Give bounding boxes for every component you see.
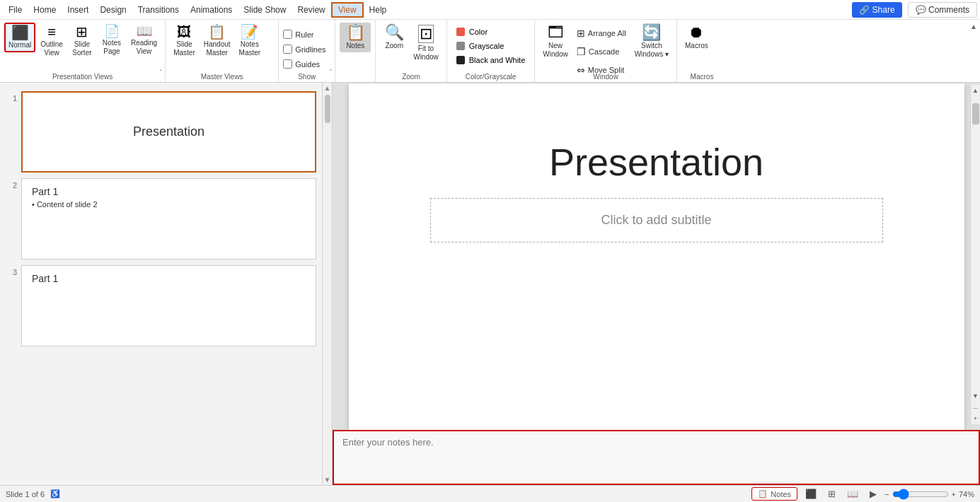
slide-master-icon: 🖼 [177,25,191,39]
window-group: 🗔 NewWindow ⊞ Arrange All ❒ Cascade ⇔ Mo… [535,20,677,82]
ruler-checkbox[interactable]: Ruler [283,28,313,40]
slide-panel: 1 Presentation 2 Part 1 • Content of sli… [0,83,333,485]
zoom-slider[interactable] [892,489,949,500]
scroll-down-arrow[interactable]: ▼ [323,474,332,485]
slide-number-3: 3 [6,265,17,346]
new-window-button[interactable]: 🗔 NewWindow [539,23,572,61]
bw-dot [456,56,465,64]
menu-design[interactable]: Design [94,2,132,18]
scroll-up-arrow[interactable]: ▲ [323,83,332,93]
slide-main-title: Presentation [549,140,763,184]
bw-button[interactable]: Black and White [451,54,530,66]
zoom-minus[interactable]: − [884,490,889,498]
collapse-ribbon-button[interactable]: ▲ [967,20,980,82]
new-window-icon: 🗔 [548,25,563,40]
normal-view-icon: ⬛ [11,25,29,40]
slide-thumbnail-2[interactable]: Part 1 • Content of slide 2 [21,178,316,259]
grayscale-button[interactable]: Grayscale [451,40,509,52]
notes-input[interactable] [334,431,979,484]
slide-thumb-content-1: Presentation [23,93,315,171]
outline-view-button[interactable]: ≡ OutlineView [37,23,67,59]
share-button[interactable]: 🔗 Share [852,2,901,18]
master-views-group: 🖼 SlideMaster 📋 HandoutMaster 📝 NotesMas… [166,20,279,82]
arrange-all-button[interactable]: ⊞ Arrange All [573,25,630,41]
cascade-button[interactable]: ❒ Cascade [573,44,630,59]
slides-list[interactable]: 1 Presentation 2 Part 1 • Content of sli… [0,83,322,485]
switch-windows-button[interactable]: 🔄 SwitchWindows ▾ [631,23,672,61]
scroll-track[interactable] [323,93,332,474]
grayscale-dot [456,42,465,50]
menu-animations[interactable]: Animations [185,2,238,18]
slideshow-view-status-btn[interactable]: ▶ [866,486,880,501]
notes-master-button[interactable]: 📝 NotesMaster [236,23,265,59]
comments-button[interactable]: 💬 Comments [908,2,977,18]
color-button[interactable]: Color [451,25,492,38]
notes-icon: 📋 [346,25,365,40]
notes-items: 📋 Notes [340,23,371,82]
slide-item[interactable]: 3 Part 1 [0,262,322,349]
menu-bar-right: 🔗 Share 💬 Comments [852,2,977,18]
menu-slideshow[interactable]: Slide Show [238,2,292,18]
zoom-button[interactable]: 🔍 Zoom [380,23,408,52]
menu-help[interactable]: Help [364,2,393,18]
notes-btn-label: Notes [346,42,364,50]
right-scroll-body[interactable] [971,96,980,390]
notes-master-icon: 📝 [241,25,258,39]
normal-view-status-btn[interactable]: ⬛ [802,486,820,501]
window-sub-items: ⊞ Arrange All ❒ Cascade ⇔ Move Split [573,23,630,78]
slide-3-title: Part 1 [22,266,316,286]
status-left: Slide 1 of 6 ♿ [6,489,60,498]
slide-canvas: Presentation Click to add subtitle [349,83,964,430]
show-expand[interactable]: ⌄ [328,66,333,72]
notes-button[interactable]: 📋 Notes [340,23,371,52]
slide-item[interactable]: 1 Presentation [0,88,322,175]
guides-checkbox[interactable]: Guides [283,58,320,70]
cascade-icon: ❒ [577,46,586,57]
show-group: Ruler Gridlines Guides Show ⌄ [279,20,335,82]
menu-transitions[interactable]: Transitions [132,2,185,18]
slide-2-content: Part 1 • Content of slide 2 [22,179,316,259]
notes-area[interactable] [333,430,980,485]
menu-file[interactable]: File [3,2,28,18]
accessibility-icon[interactable]: ♿ [50,489,60,498]
macros-group: ⏺ Macros Macros [677,20,727,82]
slide-2-bullet: • Content of slide 2 [22,199,316,210]
slide-sorter-button[interactable]: ⊞ SlideSorter [68,23,96,59]
right-scroll-up[interactable]: ▲ [971,85,980,96]
zoom-group-label: Zoom [376,73,446,81]
notes-page-button[interactable]: 📄 NotesPage [98,23,126,58]
scroll-thumb[interactable] [325,95,330,123]
macros-label: Macros [685,42,708,50]
slide-thumbnail-1[interactable]: Presentation [21,91,316,173]
slide-subtitle-box[interactable]: Click to add subtitle [430,198,883,243]
slide-view[interactable]: Presentation Click to add subtitle ▲ ▼ —… [333,83,980,430]
slide-thumbnail-3[interactable]: Part 1 [21,265,316,346]
slide-master-button[interactable]: 🖼 SlideMaster [170,23,199,59]
fit-to-window-button[interactable]: ⊡ Fit toWindow [410,23,442,64]
reading-view-button[interactable]: 📖 ReadingView [127,23,161,58]
menu-review[interactable]: Review [292,2,330,18]
outline-label: OutlineView [40,40,63,57]
macros-button[interactable]: ⏺ Macros [681,23,712,52]
pv-expand[interactable]: ⌄ [158,66,163,72]
slide-panel-inner: 1 Presentation 2 Part 1 • Content of sli… [0,83,332,485]
notes-master-label: NotesMaster [239,40,261,57]
sorter-view-status-btn[interactable]: ⊞ [824,486,839,501]
gridlines-checkbox[interactable]: Gridlines [283,43,325,55]
right-scroll-extra2[interactable]: + [971,413,980,424]
reading-view-status-btn[interactable]: 📖 [843,486,862,501]
switch-label: SwitchWindows ▾ [635,42,669,59]
menu-insert[interactable]: Insert [62,2,94,18]
zoom-plus[interactable]: + [952,490,956,498]
notes-status-button[interactable]: 📋 Notes [751,487,797,501]
slide-item[interactable]: 2 Part 1 • Content of slide 2 [0,175,322,262]
menu-home[interactable]: Home [28,2,62,18]
right-scroll-extra1[interactable]: — [971,402,980,413]
notes-status-label: Notes [771,490,791,498]
menu-view[interactable]: View [331,2,364,18]
normal-view-button[interactable]: ⬛ Normal [4,23,35,52]
slide-2-title: Part 1 [22,179,316,199]
right-scroll-down[interactable]: ▼ [971,390,980,402]
right-scroll-thumb[interactable] [972,103,979,124]
handout-master-button[interactable]: 📋 HandoutMaster [200,23,234,59]
